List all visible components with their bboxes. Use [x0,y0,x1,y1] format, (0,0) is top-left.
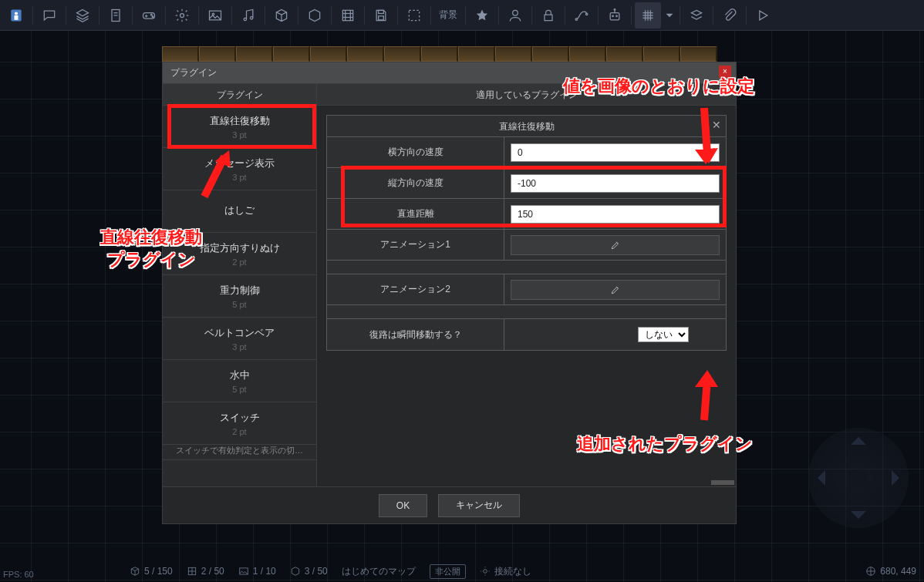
status-visibility[interactable]: 非公開 [430,564,466,579]
plugin-item-label: 重力制御 [220,284,260,298]
plugin-item-label: 直線往復移動 [210,114,270,128]
svg-point-10 [152,15,153,17]
plugin-item-pt: 2 pt [232,257,246,267]
plugin-item-label: 水中 [230,368,250,382]
user-icon[interactable] [502,2,528,29]
lock-icon[interactable] [535,2,561,29]
plugin-item-pt: 5 pt [232,385,246,394]
page-icon[interactable] [103,2,129,29]
dialog-close-button[interactable]: × [719,66,731,78]
plugin-dialog: プラグイン × プラグイン 適用しているプラグイン 直線往復移動 3 pt メッ… [162,62,737,524]
anim2-edit-button[interactable] [511,280,720,300]
plugin-item-pt: 3 pt [232,342,246,352]
distance-input[interactable] [511,205,720,224]
image-icon[interactable] [202,2,228,29]
film-icon[interactable] [335,2,361,29]
stack-icon[interactable] [683,2,710,29]
status-cube: 5 / 150 [130,566,173,577]
svg-point-30 [616,15,618,17]
svg-rect-21 [379,10,384,13]
chat-icon[interactable] [36,2,62,29]
settings-close-icon[interactable]: ✕ [712,119,721,131]
save-icon[interactable] [368,2,394,29]
status-bar: 5 / 150 2 / 50 1 / 10 3 / 50 はじめてのマップ 非公… [0,560,924,582]
logo-icon[interactable] [3,2,29,29]
svg-rect-22 [379,15,384,19]
path-icon[interactable] [568,2,595,29]
virtual-dpad[interactable] [808,428,909,528]
plugin-item-switch[interactable]: スイッチ 2 pt [163,402,316,445]
plugin-list[interactable]: 直線往復移動 3 pt メッセージ表示 3 pt はしご 指定方向すりぬけ 2 … [163,106,317,486]
plugin-item-pt: 5 pt [232,300,246,309]
plugin-item-pt: 2 pt [232,427,246,436]
plugin-item-linear-move[interactable]: 直線往復移動 3 pt [163,106,316,148]
plugin-item-label: メッセージ表示 [204,156,275,170]
svg-point-15 [251,16,253,19]
plugin-settings-box: 直線往復移動 ✕ 横方向の速度 縦方向の速度 直進距離 [326,115,727,351]
svg-point-14 [244,18,246,20]
dashed-rect-icon[interactable] [401,2,427,29]
status-map-name: はじめてのマップ [342,565,416,578]
plugin-item-ladder[interactable]: はしご [163,190,316,233]
svg-rect-2 [15,15,19,20]
teleport-label: 復路は瞬間移動する？ [327,319,504,350]
svg-rect-23 [409,10,419,20]
cube-icon[interactable] [268,2,295,29]
teleport-select[interactable]: しない [638,327,689,342]
plugin-item-pt: 3 pt [232,173,246,182]
svg-rect-16 [342,10,352,20]
ok-button[interactable]: OK [379,494,427,517]
star-icon[interactable] [469,2,495,29]
svg-rect-28 [610,12,619,19]
plugin-list-header: プラグイン [163,84,317,105]
plugin-item-underwater[interactable]: 水中 5 pt [163,360,316,402]
robot-icon[interactable] [602,2,628,29]
svg-point-11 [180,13,184,17]
v-speed-input[interactable] [511,174,720,193]
layers-icon[interactable] [69,2,96,29]
plugin-item-label: はしご [224,204,255,217]
clip-icon[interactable] [717,2,743,29]
svg-point-29 [612,15,614,17]
svg-point-9 [151,14,153,15]
status-image: 1 / 10 [238,566,276,577]
plugin-item-message[interactable]: メッセージ表示 3 pt [163,148,316,190]
panel-scroll-thumb[interactable] [711,480,734,485]
plugin-item-switch-toggle[interactable]: スイッチで有効判定と表示の切… [163,445,316,460]
dropdown-icon[interactable] [663,2,676,29]
plugin-item-label: スイッチ [220,411,260,425]
status-box: 3 / 50 [290,566,328,577]
gamepad-icon[interactable] [136,2,162,29]
anim2-label: アニメーション2 [327,274,504,304]
applied-plugin-header: 適用しているプラグイン [317,84,736,105]
distance-label: 直進距離 [327,199,504,229]
plugin-item-gravity[interactable]: 重力制御 5 pt [163,275,316,318]
play-icon[interactable] [750,2,776,29]
box-icon[interactable] [302,2,328,29]
svg-point-45 [483,570,487,574]
settings-title: 直線往復移動 [327,116,726,137]
v-speed-label: 縦方向の速度 [327,168,504,198]
h-speed-label: 横方向の速度 [327,137,504,167]
plugin-item-label: スイッチで有効判定と表示の切… [176,445,303,456]
status-grid: 2 / 50 [187,566,224,577]
svg-point-1 [15,12,18,15]
plugin-item-conveyor[interactable]: ベルトコンベア 3 pt [163,318,316,360]
tile-strip [162,46,717,62]
background-button[interactable]: 背景 [434,8,462,22]
applied-plugin-panel: 直線往復移動 ✕ 横方向の速度 縦方向の速度 直進距離 [317,106,736,486]
anim1-label: アニメーション1 [327,230,504,260]
gear-icon[interactable] [169,2,195,29]
svg-point-26 [575,18,578,20]
svg-point-32 [614,8,615,10]
h-speed-input[interactable] [511,143,720,162]
anim1-edit-button[interactable] [511,235,720,255]
music-icon[interactable] [235,2,261,29]
plugin-item-passthrough[interactable]: 指定方向すりぬけ 2 pt [163,233,316,275]
status-coords: 680, 449 [865,566,916,577]
svg-point-24 [513,10,518,15]
fps-counter: FPS: 60 [3,570,34,579]
dialog-title: プラグイン [163,62,736,84]
grid-icon[interactable] [635,2,661,29]
cancel-button[interactable]: キャンセル [438,494,520,517]
